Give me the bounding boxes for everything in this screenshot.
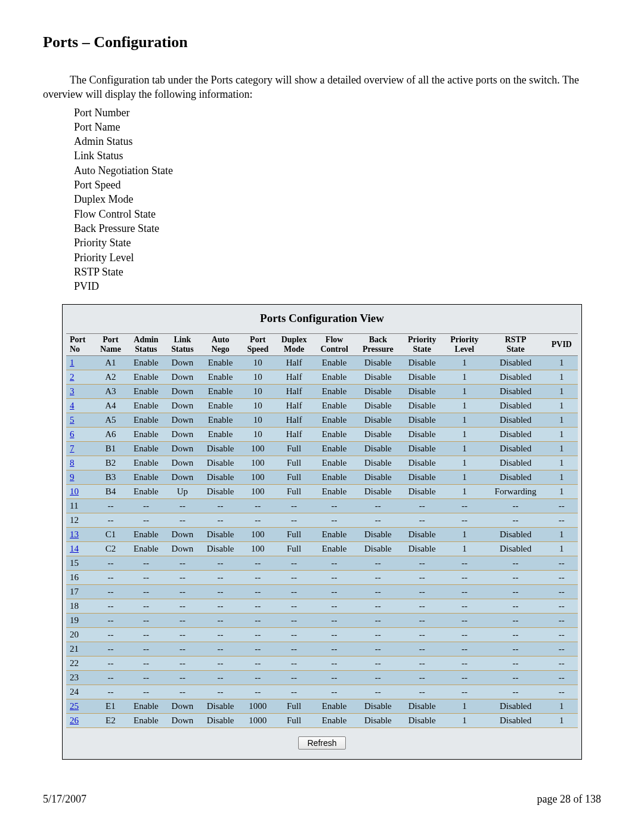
table-cell: Down [165,385,200,399]
table-cell: -- [200,685,241,699]
table-cell: Disable [401,428,443,442]
port-link[interactable]: 6 [70,429,75,439]
table-cell: -- [485,571,545,585]
table-cell: A3 [94,385,127,399]
table-cell: Enable [314,699,355,714]
info-item: Priority Level [74,250,601,265]
table-cell: Enable [314,528,355,542]
footer-date: 5/17/2007 [43,793,86,806]
table-cell: 1 [546,442,578,456]
table-cell: -- [274,671,313,685]
table-cell: Disabled [485,370,545,385]
table-cell: -- [443,671,485,685]
table-cell: -- [355,513,401,528]
table-cell: -- [314,628,355,642]
table-cell: Disable [355,413,401,428]
table-cell: C1 [94,528,127,542]
table-cell: 10 [241,370,274,385]
table-row: 3A3EnableDownEnable10HalfEnableDisableDi… [66,385,578,399]
table-cell: Down [165,399,200,413]
port-link[interactable]: 1 [70,358,75,367]
info-list: Port NumberPort NameAdmin StatusLink Sta… [43,106,601,294]
table-cell: -- [274,571,313,585]
table-cell: Down [165,470,200,485]
table-cell: 100 [241,542,274,556]
table-row: 13C1EnableDownDisable100FullEnableDisabl… [66,528,578,542]
port-link[interactable]: 4 [70,401,75,410]
table-cell: -- [314,571,355,585]
port-link[interactable]: 13 [70,529,79,539]
table-header-cell: PVID [546,334,578,356]
table-cell: 1 [546,699,578,714]
table-cell: Enable [127,699,165,714]
table-header-cell: PortName [94,334,127,356]
table-cell: -- [200,499,241,513]
table-cell: Disable [355,542,401,556]
table-cell: -- [200,628,241,642]
table-cell: 1 [546,385,578,399]
table-cell: Disabled [485,428,545,442]
port-link[interactable]: 7 [70,444,75,453]
refresh-button[interactable]: Refresh [298,736,345,750]
table-cell: Disable [401,485,443,499]
port-link[interactable]: 10 [70,487,79,496]
port-link[interactable]: 2 [70,372,75,382]
table-cell: 1 [546,542,578,556]
table-row: 18------------------------ [66,599,578,614]
table-cell: Disable [200,714,241,728]
table-cell: A1 [94,356,127,370]
table-cell: -- [241,513,274,528]
table-cell: Enable [314,413,355,428]
table-cell: B3 [94,470,127,485]
port-link[interactable]: 5 [70,415,75,425]
table-cell: 100 [241,470,274,485]
table-cell: Disable [200,456,241,470]
table-cell: 1 [443,370,485,385]
table-cell: Down [165,442,200,456]
table-cell: -- [165,642,200,657]
table-cell: 1 [546,714,578,728]
table-cell: -- [94,556,127,571]
table-row: 21------------------------ [66,642,578,657]
table-cell: 5 [66,413,94,428]
table-cell: Disable [401,699,443,714]
table-cell: -- [355,585,401,599]
table-cell: 1 [66,356,94,370]
table-cell: Disable [355,385,401,399]
table-header-cell: DuplexMode [274,334,313,356]
table-row: 4A4EnableDownEnable10HalfEnableDisableDi… [66,399,578,413]
table-cell: 100 [241,528,274,542]
table-cell: Disable [355,370,401,385]
table-cell: -- [401,671,443,685]
table-cell: Down [165,456,200,470]
ports-table: PortNoPortNameAdminStatusLinkStatusAutoN… [66,333,578,728]
table-cell: C2 [94,542,127,556]
table-cell: -- [355,599,401,614]
table-cell: -- [165,499,200,513]
port-link[interactable]: 25 [70,701,79,711]
table-cell: Enable [200,399,241,413]
page-title: Ports – Configuration [43,33,601,51]
port-link[interactable]: 26 [70,716,79,725]
port-link[interactable]: 14 [70,544,79,553]
port-link[interactable]: 8 [70,458,75,467]
table-cell: Full [274,542,313,556]
port-link[interactable]: 3 [70,386,75,396]
table-cell: Full [274,442,313,456]
table-cell: -- [200,614,241,628]
table-cell: -- [314,499,355,513]
table-cell: -- [485,585,545,599]
table-cell: -- [241,671,274,685]
table-cell: Down [165,542,200,556]
table-cell: 26 [66,714,94,728]
table-cell: -- [200,513,241,528]
table-cell: Disable [401,528,443,542]
table-cell: Disable [401,714,443,728]
table-cell: A4 [94,399,127,413]
table-cell: 4 [66,399,94,413]
table-cell: Enable [127,714,165,728]
table-cell: Half [274,399,313,413]
port-link[interactable]: 9 [70,472,75,482]
table-cell: 6 [66,428,94,442]
table-cell: Disable [355,399,401,413]
